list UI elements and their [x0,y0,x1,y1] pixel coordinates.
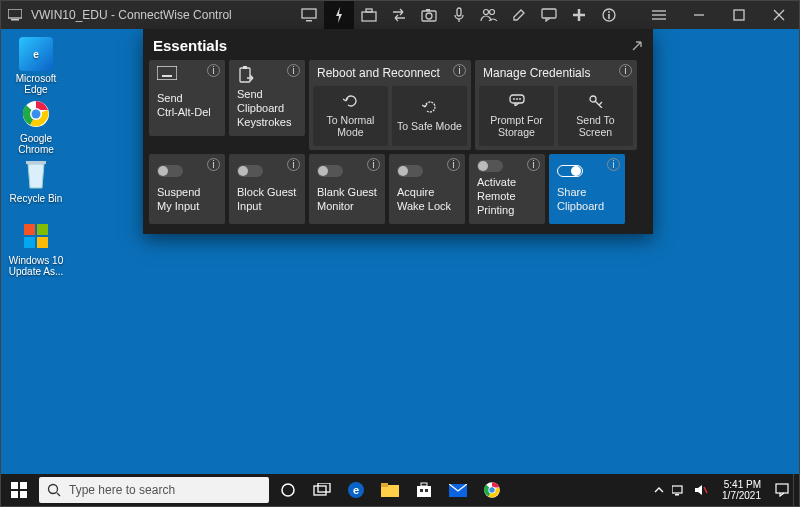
svg-rect-58 [417,486,431,497]
tile-reboot-safe[interactable]: To Safe Mode [392,86,467,146]
maximize-button[interactable] [719,1,759,29]
tile-share-clipboard[interactable]: i Share Clipboard [549,154,625,224]
tray-network-icon[interactable] [672,484,686,496]
tile-send-to-screen[interactable]: Send To Screen [558,86,633,146]
svg-rect-45 [11,482,18,489]
toolbar-toolbox-icon[interactable] [354,1,384,29]
tray-chevron-up-icon[interactable] [654,486,664,494]
taskbar-edge-icon[interactable]: e [339,474,373,506]
tile-block-guest-input[interactable]: i Block Guest Input [229,154,305,224]
info-icon[interactable]: i [207,64,220,77]
tile-send-clipboard-keystrokes[interactable]: i Send Clipboard Keystrokes [229,60,305,136]
svg-rect-39 [243,66,247,69]
svg-rect-52 [314,486,326,495]
svg-rect-21 [734,10,744,20]
toggle-switch[interactable] [317,165,343,177]
info-icon[interactable]: i [453,64,466,77]
toolbar-edit-icon[interactable] [504,1,534,29]
svg-text:e: e [353,484,359,496]
toolbar-info-icon[interactable] [594,1,624,29]
info-icon[interactable]: i [287,64,300,77]
start-button[interactable] [1,474,37,506]
panel-title: Essentials [153,37,631,54]
toolbar-essentials-icon[interactable] [324,1,354,29]
task-view-icon[interactable] [305,474,339,506]
toolbar-screen-icon[interactable] [294,1,324,29]
toggle-switch[interactable] [397,165,423,177]
toolbar [294,1,624,29]
window-title: VWIN10_EDU - ConnectWise Control [29,8,232,22]
svg-rect-67 [675,494,679,496]
cortana-icon[interactable] [271,474,305,506]
show-desktop-button[interactable] [793,474,799,506]
info-icon[interactable]: i [287,158,300,171]
toolbar-users-icon[interactable] [474,1,504,29]
menu-icon[interactable] [639,1,679,29]
reboot-icon [343,94,359,110]
reboot-safe-icon [422,100,438,116]
group-header: Manage Credentials [483,66,590,80]
taskbar-mail-icon[interactable] [441,474,475,506]
desktop-icon-windows-update[interactable]: Windows 10 Update As... [3,219,69,277]
tray-volume-icon[interactable] [694,484,708,496]
toolbar-chat-icon[interactable] [534,1,564,29]
svg-rect-59 [421,483,427,486]
svg-rect-16 [608,14,610,19]
svg-rect-29 [37,224,48,235]
tile-reboot-normal[interactable]: To Normal Mode [313,86,388,146]
info-icon[interactable]: i [607,158,620,171]
svg-point-12 [489,10,494,15]
toolbar-mic-icon[interactable] [444,1,474,29]
taskbar-explorer-icon[interactable] [373,474,407,506]
tile-prompt-storage[interactable]: Prompt For Storage [479,86,554,146]
minimize-button[interactable] [679,1,719,29]
toggle-switch[interactable] [237,165,263,177]
toggle-switch[interactable] [477,160,503,172]
tile-suspend-my-input[interactable]: i Suspend My Input [149,154,225,224]
svg-point-41 [513,98,515,100]
svg-point-11 [483,10,488,15]
taskbar-clock[interactable]: 5:41 PM 1/7/2021 [716,479,767,501]
tile-send-ctrl-alt-del[interactable]: i Send Ctrl-Alt-Del [149,60,225,136]
svg-rect-8 [426,9,430,11]
taskbar-store-icon[interactable] [407,474,441,506]
search-box[interactable]: Type here to search [39,477,269,503]
window-controls [639,1,799,29]
desktop-icon-edge[interactable]: e Microsoft Edge [3,37,69,95]
svg-line-68 [704,487,707,493]
essentials-panel: Essentials i Send Ctrl-Alt-Del i Send Cl… [143,29,653,234]
tile-blank-guest-monitor[interactable]: i Blank Guest Monitor [309,154,385,224]
info-icon[interactable]: i [527,158,540,171]
tile-acquire-wake-lock[interactable]: i Acquire Wake Lock [389,154,465,224]
titlebar: VWIN10_EDU - ConnectWise Control [1,1,799,29]
desktop-icon-recycle-bin[interactable]: Recycle Bin [3,157,69,204]
desktop-icon-chrome[interactable]: Google Chrome [3,97,69,155]
desktop-icon-label: Microsoft Edge [3,73,69,95]
tray-notifications-icon[interactable] [775,483,789,497]
toolbar-plus-icon[interactable] [564,1,594,29]
taskbar-chrome-icon[interactable] [475,474,509,506]
info-icon[interactable]: i [207,158,220,171]
svg-rect-28 [24,224,35,235]
info-icon[interactable]: i [367,158,380,171]
svg-rect-3 [306,20,312,22]
toolbar-camera-icon[interactable] [414,1,444,29]
remote-desktop: e Microsoft Edge Google Chrome Recycle B… [1,29,799,474]
toolbar-transfer-icon[interactable] [384,1,414,29]
close-button[interactable] [759,1,799,29]
svg-point-51 [282,484,294,496]
tile-label: Send To Screen [562,114,629,138]
tile-label: To Safe Mode [397,120,462,132]
key-icon [588,94,604,110]
svg-rect-31 [37,237,48,248]
svg-rect-13 [542,9,556,18]
info-icon[interactable]: i [619,64,632,77]
taskbar: Type here to search e 5:41 PM 1/7/2021 [1,474,799,506]
svg-point-15 [608,11,610,13]
toggle-switch[interactable] [157,165,183,177]
toggle-switch[interactable] [557,165,583,177]
info-icon[interactable]: i [447,158,460,171]
tile-activate-remote-printing[interactable]: i Activate Remote Printing [469,154,545,224]
tile-label: Share Clipboard [557,186,617,214]
popout-icon[interactable] [631,40,643,52]
